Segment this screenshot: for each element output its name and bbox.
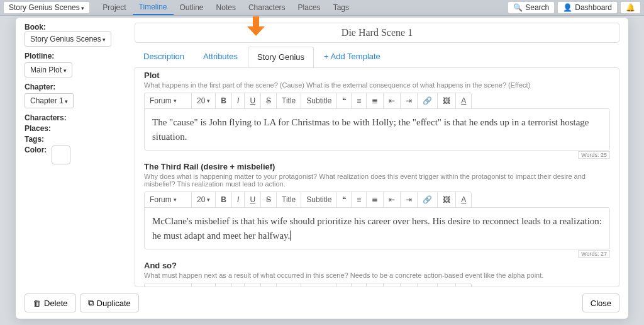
chapter-label: Chapter: (25, 83, 128, 91)
underline-button[interactable]: U (245, 283, 261, 287)
field-help: What happens in the first part of the sc… (144, 81, 610, 89)
characters-label: Characters: (25, 113, 128, 122)
section-third-rail: The Third Rail (desire + misbelief) Why … (144, 162, 610, 249)
bold-button[interactable]: B (216, 283, 232, 287)
close-button[interactable]: Close (582, 294, 619, 312)
link-button[interactable]: 🔗 (418, 192, 438, 207)
nav-tab-places[interactable]: Places (292, 1, 327, 14)
user-icon: 👤 (563, 3, 572, 12)
subtitle-button[interactable]: Subtitle (301, 192, 337, 207)
indent-button[interactable]: ⇥ (401, 192, 418, 207)
top-nav: Story Genius Scenes Project Timeline Out… (0, 0, 644, 16)
tab-story-genius[interactable]: Story Genius (248, 47, 314, 67)
font-select[interactable]: Forum (145, 93, 192, 108)
nav-tab-outline[interactable]: Outline (174, 1, 210, 14)
list-ol-button[interactable]: ≡ (352, 283, 367, 287)
nav-tab-characters[interactable]: Characters (242, 1, 292, 14)
title-button[interactable]: Title (277, 192, 301, 207)
quote-button[interactable]: ❝ (337, 192, 352, 207)
bold-button[interactable]: B (216, 192, 232, 207)
outdent-button[interactable]: ⇤ (384, 93, 401, 108)
italic-button[interactable]: I (232, 283, 245, 287)
tab-attributes[interactable]: Attributes (194, 47, 247, 67)
tab-add-template[interactable]: + Add Template (315, 47, 389, 67)
section-and-so: And so? What must happen next as a resul… (144, 261, 610, 287)
link-button[interactable]: 🔗 (418, 93, 438, 108)
editor-third-rail[interactable]: McClane's misbelief is that his wife sho… (144, 207, 610, 249)
notification-button[interactable]: 🔔 (620, 1, 641, 14)
content-scroll[interactable]: Plot What happens in the first part of t… (135, 67, 619, 287)
underline-button[interactable]: U (245, 93, 261, 108)
italic-button[interactable]: I (232, 93, 245, 108)
list-ul-button[interactable]: ≣ (367, 93, 384, 108)
nav-tab-timeline[interactable]: Timeline (133, 0, 174, 15)
delete-button[interactable]: 🗑Delete (25, 294, 76, 312)
size-select[interactable]: 20 (192, 192, 216, 207)
font-select[interactable]: Forum (145, 283, 192, 287)
quote-button[interactable]: ❝ (337, 283, 352, 287)
nav-tab-tags[interactable]: Tags (327, 1, 355, 14)
size-select[interactable]: 20 (192, 93, 216, 108)
book-label: Book: (25, 23, 46, 31)
section-plot: Plot What happens in the first part of t… (144, 71, 610, 151)
color-button[interactable]: A (456, 192, 471, 207)
copy-icon: ⧉ (88, 298, 94, 308)
title-button[interactable]: Title (277, 93, 301, 108)
color-label: Color: (25, 145, 47, 154)
subtitle-button[interactable]: Subtitle (301, 93, 337, 108)
outdent-button[interactable]: ⇤ (384, 283, 401, 287)
editor-plot[interactable]: The "cause" is John flying to LA for Chr… (144, 108, 610, 151)
word-count: Words: 25 (578, 151, 610, 159)
list-ul-button[interactable]: ≣ (367, 192, 384, 207)
indent-button[interactable]: ⇥ (401, 283, 418, 287)
color-swatch[interactable] (52, 145, 70, 164)
trash-icon: 🗑 (33, 299, 41, 308)
image-button[interactable]: 🖼 (438, 283, 456, 287)
list-ul-button[interactable]: ≣ (367, 283, 384, 287)
field-title: And so? (144, 261, 610, 270)
underline-button[interactable]: U (245, 192, 261, 207)
project-dropdown[interactable]: Story Genius Scenes (3, 1, 90, 14)
search-button[interactable]: 🔍Search (508, 1, 555, 14)
field-help: Why does what is happening matter to you… (144, 173, 610, 188)
word-count: Words: 27 (578, 250, 610, 258)
scene-tabs: Description Attributes Story Genius + Ad… (135, 47, 619, 68)
italic-button[interactable]: I (232, 192, 245, 207)
color-button[interactable]: A (456, 283, 471, 287)
color-button[interactable]: A (456, 93, 471, 108)
list-ol-button[interactable]: ≡ (352, 192, 367, 207)
bold-button[interactable]: B (216, 93, 232, 108)
strike-button[interactable]: S (261, 93, 277, 108)
list-ol-button[interactable]: ≡ (352, 93, 367, 108)
bell-icon: 🔔 (626, 3, 635, 12)
title-button[interactable]: Title (277, 283, 301, 287)
tab-description[interactable]: Description (135, 47, 193, 67)
rte-toolbar: Forum 20 B I U S Title Subtitle ❝ ≡ ≣ ⇤ … (144, 93, 472, 108)
duplicate-button[interactable]: ⧉Duplicate (80, 294, 139, 312)
indent-button[interactable]: ⇥ (401, 93, 418, 108)
font-select[interactable]: Forum (145, 192, 192, 207)
right-panel: Die Hard Scene 1 Description Attributes … (135, 23, 628, 287)
callout-arrow-icon (247, 16, 265, 37)
strike-button[interactable]: S (261, 283, 277, 287)
subtitle-button[interactable]: Subtitle (301, 283, 337, 287)
plotline-select[interactable]: Main Plot (25, 62, 72, 77)
scene-title[interactable]: Die Hard Scene 1 (135, 23, 619, 43)
size-select[interactable]: 20 (192, 283, 216, 287)
quote-button[interactable]: ❝ (337, 93, 352, 108)
modal-footer: 🗑Delete ⧉Duplicate Close (16, 287, 628, 319)
image-button[interactable]: 🖼 (438, 93, 456, 108)
rte-toolbar: Forum 20 B I U S Title Subtitle ❝ ≡ ≣ ⇤ … (144, 283, 472, 287)
nav-tab-notes[interactable]: Notes (210, 1, 242, 14)
chapter-select[interactable]: Chapter 1 (25, 93, 74, 108)
plotline-label: Plotline: (25, 52, 128, 60)
image-button[interactable]: 🖼 (438, 192, 456, 207)
dashboard-button[interactable]: 👤Dashboard (557, 1, 618, 14)
nav-tab-project[interactable]: Project (96, 1, 132, 14)
book-select[interactable]: Story Genius Scenes (25, 31, 111, 47)
rte-toolbar: Forum 20 B I U S Title Subtitle ❝ ≡ ≣ ⇤ … (144, 191, 472, 207)
strike-button[interactable]: S (261, 192, 277, 207)
field-title: The Third Rail (desire + misbelief) (144, 162, 610, 171)
outdent-button[interactable]: ⇤ (384, 192, 401, 207)
link-button[interactable]: 🔗 (418, 283, 438, 287)
